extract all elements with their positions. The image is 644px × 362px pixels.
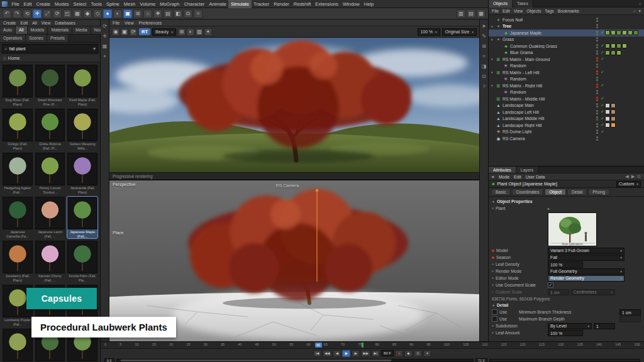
- toolbar-icon[interactable]: ◧: [174, 9, 182, 18]
- tool-icon[interactable]: ⌖: [101, 53, 108, 60]
- toolbar-icon[interactable]: ◐: [113, 9, 122, 18]
- visibility-dots[interactable]: [596, 103, 598, 107]
- menu-item[interactable]: View: [42, 21, 51, 25]
- object-row[interactable]: ▲ Landscape Middle Hill ✓: [489, 116, 644, 123]
- menu-item[interactable]: Redshift: [291, 0, 313, 8]
- search-input[interactable]: [9, 47, 91, 51]
- hamburger-icon[interactable]: ≡: [492, 175, 494, 179]
- record-options-button[interactable]: ▾: [423, 350, 431, 357]
- asset-tab[interactable]: Media: [72, 26, 91, 34]
- enabled-check-icon[interactable]: ✓: [600, 116, 605, 121]
- keyframe-button[interactable]: ◆: [404, 350, 413, 357]
- range-thumb[interactable]: [121, 359, 391, 361]
- render-canvas[interactable]: [109, 38, 479, 172]
- enabled-check-icon[interactable]: ✓: [600, 109, 605, 114]
- visibility-dots[interactable]: [596, 44, 598, 48]
- enabled-check-icon[interactable]: ✓: [600, 43, 605, 48]
- menu-item[interactable]: Mesh: [121, 0, 137, 8]
- toolbar-icon[interactable]: ⟳: [53, 9, 62, 18]
- range-scrollbar[interactable]: [116, 359, 474, 362]
- asset-subtab[interactable]: Presets: [47, 35, 69, 42]
- visibility-dots[interactable]: [596, 31, 598, 35]
- object-row[interactable]: ▾ ⊞ RS Matrix - Main Ground ✓: [489, 56, 644, 63]
- visibility-dots[interactable]: [596, 50, 598, 55]
- enabled-check-icon[interactable]: ✓: [600, 70, 605, 75]
- object-row[interactable]: ▲ Landscape Main ✓: [489, 102, 644, 109]
- enabled-check-icon[interactable]: ✓: [600, 103, 605, 108]
- enabled-check-icon[interactable]: ✓: [600, 30, 605, 35]
- object-name[interactable]: RS Matrix - Middle Hill: [502, 97, 594, 101]
- visibility-dots[interactable]: [596, 77, 598, 81]
- enabled-check-icon[interactable]: ✓: [600, 123, 605, 128]
- go-to-end-button[interactable]: ▶|: [372, 350, 380, 357]
- visibility-dots[interactable]: [596, 37, 598, 41]
- plant-preview[interactable]: Acer palmatum: [548, 212, 597, 246]
- object-row[interactable]: ▾ ⌖ Grass: [489, 36, 644, 43]
- size-select[interactable]: Original Size ▾: [442, 28, 477, 36]
- menu-item[interactable]: Edit: [21, 0, 34, 8]
- visibility-dots[interactable]: [596, 18, 598, 22]
- menu-item[interactable]: Tools: [89, 0, 104, 8]
- use-document-scale-checkbox[interactable]: ✓: [548, 282, 553, 288]
- toolbar-icon[interactable]: ▣: [123, 9, 132, 18]
- expand-icon[interactable]: ▾: [491, 84, 496, 87]
- asset-subtab[interactable]: Scenes: [26, 35, 47, 42]
- plant-asset[interactable]: Kanzan Cherry (Fall, ...: [35, 241, 65, 282]
- plant-asset[interactable]: Japanese Camellia (Fa...: [3, 197, 33, 238]
- menu-item[interactable]: Select: [71, 0, 89, 8]
- object-row[interactable]: ♣ Common Quaking Grass ✓: [489, 43, 644, 50]
- texture-tag[interactable]: [605, 123, 610, 128]
- plant-asset[interactable]: Dwarf Mountain Pine (F...: [35, 65, 65, 106]
- section-detail[interactable]: ▼ Detail: [492, 302, 641, 309]
- plant-asset[interactable]: Honey Locust 'Sunbur...: [35, 153, 65, 194]
- visibility-dots[interactable]: [596, 97, 598, 101]
- camera-label[interactable]: RS Camera: [276, 184, 299, 188]
- asset-tab[interactable]: All: [16, 26, 28, 34]
- object-name[interactable]: RS Dome Light: [502, 129, 594, 134]
- texture-tag[interactable]: [611, 30, 616, 35]
- filter-icon[interactable]: ▾: [93, 47, 96, 52]
- render-tool-icon[interactable]: ▣: [121, 28, 128, 36]
- menu-item[interactable]: File: [113, 21, 119, 25]
- expand-icon[interactable]: ▸: [548, 206, 550, 211]
- timeline-ruler[interactable]: 0510152025303540455055606570758085909510…: [101, 342, 644, 349]
- menu-item[interactable]: Animate: [207, 0, 229, 8]
- toolbar-icon[interactable]: ◇: [93, 9, 102, 18]
- visibility-dots[interactable]: [596, 110, 598, 114]
- visibility-dots[interactable]: [596, 90, 598, 94]
- render-tool-icon[interactable]: ◉: [112, 28, 119, 36]
- object-row[interactable]: ♣ Japanese Maple ✓: [489, 30, 644, 36]
- menu-item[interactable]: Character: [182, 0, 207, 8]
- panel-tab[interactable]: Objects: [489, 0, 513, 8]
- preview-range-marker[interactable]: [362, 343, 364, 348]
- menu-item[interactable]: Spline: [104, 0, 121, 8]
- object-name[interactable]: Landscape Left Hill: [502, 110, 594, 114]
- object-row[interactable]: ▾ ⌖ Tree: [489, 23, 644, 30]
- texture-tag[interactable]: [611, 43, 616, 48]
- visibility-dots[interactable]: [596, 63, 598, 68]
- max-branch-field[interactable]: [619, 316, 641, 322]
- search-icon[interactable]: ⌕: [633, 8, 636, 14]
- texture-tag[interactable]: [605, 30, 610, 35]
- custom-scale-unit-select[interactable]: Centimeters ▾: [571, 289, 615, 295]
- object-row[interactable]: ▲ Landscape Right Hill ✓: [489, 122, 644, 129]
- custom-scale-field[interactable]: 1 cm: [548, 289, 569, 295]
- texture-tag[interactable]: [605, 50, 610, 55]
- plant-asset[interactable]: Japanese Maple (Fall,...: [67, 197, 97, 238]
- texture-tag[interactable]: [622, 30, 627, 35]
- asset-subtab[interactable]: Operators: [0, 35, 26, 42]
- object-row[interactable]: ✳ Random: [489, 89, 644, 96]
- render-tool-icon[interactable]: ⟳: [130, 28, 137, 36]
- texture-tag[interactable]: [611, 50, 616, 55]
- toolbar-icon[interactable]: ↶: [3, 9, 11, 18]
- object-name[interactable]: Blue Grama: [510, 50, 594, 55]
- menu-item[interactable]: Tags: [545, 9, 553, 13]
- panel-tab[interactable]: Takes: [513, 0, 533, 8]
- texture-tag[interactable]: [633, 30, 638, 35]
- object-row[interactable]: ☀ RS Dome Light ✓: [489, 129, 644, 136]
- menu-item[interactable]: Edit: [20, 21, 28, 25]
- texture-tag[interactable]: [622, 43, 627, 48]
- filter-icon[interactable]: ▾: [638, 8, 641, 14]
- expand-icon[interactable]: ▾: [491, 38, 496, 41]
- expand-icon[interactable]: ▾: [491, 57, 496, 61]
